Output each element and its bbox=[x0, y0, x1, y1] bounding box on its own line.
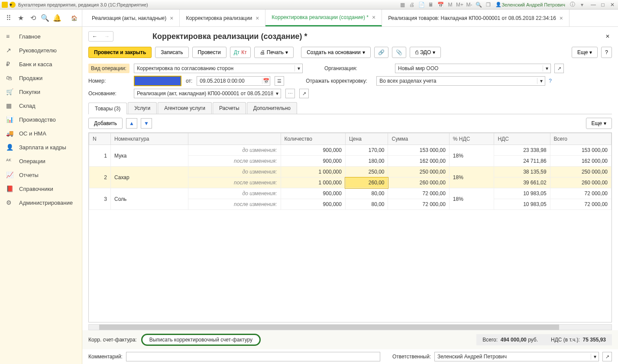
table-row[interactable]: 2Сахардо изменения:1 000,000250,00250 00… bbox=[89, 167, 612, 177]
post-button[interactable]: Провести bbox=[192, 47, 226, 58]
col-Количество[interactable]: Количество bbox=[281, 133, 345, 145]
tab-Реализация (акты, на[interactable]: Реализация (акты, накладные)× bbox=[86, 10, 180, 26]
doc-tab-Агентские услуги[interactable]: Агентские услуги bbox=[158, 102, 212, 114]
col-Номенклатура[interactable]: Номенклатура bbox=[111, 133, 188, 145]
write-button[interactable]: Записать bbox=[155, 47, 188, 58]
apps-icon[interactable]: ⠿ bbox=[3, 12, 15, 24]
close-tab-icon[interactable]: × bbox=[170, 15, 173, 22]
responsible-select[interactable]: Зеленский Андрей Петрович ▾ bbox=[434, 352, 599, 361]
sidebar-item-Склад[interactable]: ▦Склад bbox=[0, 99, 82, 113]
org-open-button[interactable]: ↗ bbox=[554, 64, 564, 73]
current-user[interactable]: 👤 Зеленский Андрей Петрович bbox=[495, 2, 565, 7]
tab-Корректировка реализ[interactable]: Корректировка реализации (создание) *× bbox=[265, 10, 382, 26]
search-icon[interactable]: 🔍 bbox=[39, 12, 51, 24]
post-and-close-button[interactable]: Провести и закрыть bbox=[88, 47, 152, 58]
sidebar-item-Отчеты[interactable]: 📈Отчеты bbox=[0, 168, 82, 182]
col-НДС[interactable]: НДС bbox=[494, 133, 550, 145]
cal-icon[interactable]: 📅 bbox=[437, 1, 444, 8]
col-% НДС[interactable]: % НДС bbox=[449, 133, 494, 145]
date-input[interactable]: 09.05.2018 0:00:00 📅 bbox=[197, 76, 270, 86]
forward-button[interactable]: → bbox=[101, 32, 113, 41]
help-button[interactable]: ? bbox=[601, 47, 612, 58]
sidebar-item-Банк и касса[interactable]: ₽Банк и касса bbox=[0, 57, 82, 71]
tab-Реализация товаров: [interactable]: Реализация товаров: Накладная КП00-00000… bbox=[382, 10, 569, 26]
mplus-icon[interactable]: М+ bbox=[456, 1, 463, 8]
doc-tab-Дополнительно[interactable]: Дополнительно bbox=[247, 102, 297, 114]
table-more-button[interactable]: Еще ▾ bbox=[586, 118, 612, 129]
responsible-dd-icon[interactable]: ▾ bbox=[591, 354, 599, 360]
edo-button[interactable]: ⎙ ЭДО ▾ bbox=[410, 47, 441, 58]
sidebar-item-Производство[interactable]: 📊Производство bbox=[0, 113, 82, 126]
dt-kt-button[interactable]: ДтКт bbox=[230, 47, 251, 58]
attach-button[interactable]: 📎 bbox=[392, 47, 406, 58]
operation-dd-icon[interactable]: ▾ bbox=[294, 65, 302, 71]
sidebar-item-Операции[interactable]: ᴬᴷОперации bbox=[0, 154, 82, 168]
move-up-button[interactable]: ▲ bbox=[126, 118, 137, 129]
date-list-button[interactable]: ☰ bbox=[275, 76, 284, 86]
close-tab-icon[interactable]: × bbox=[372, 14, 375, 21]
calc-icon[interactable]: 🖩 bbox=[427, 1, 434, 8]
maximize-button[interactable]: □ bbox=[599, 2, 607, 8]
info-icon[interactable]: ⓘ bbox=[569, 1, 576, 8]
goods-table[interactable]: NНоменклатураКоличествоЦенаСумма% НДСНДС… bbox=[88, 132, 612, 322]
basis-open-button[interactable]: ↗ bbox=[299, 89, 309, 98]
operation-select[interactable]: Корректировка по согласованию сторон ▾ bbox=[134, 64, 303, 73]
dd-icon[interactable]: ▾ bbox=[579, 1, 586, 8]
close-tab-icon[interactable]: × bbox=[560, 15, 563, 22]
sidebar-item-Администрирование[interactable]: ⚙Администрирование bbox=[0, 196, 82, 209]
basis-dd-icon[interactable]: ▾ bbox=[273, 90, 281, 97]
history-icon[interactable]: ⟲ bbox=[27, 12, 39, 24]
org-select[interactable]: Новый мир ООО ▾ bbox=[395, 64, 551, 73]
mminus-icon[interactable]: М- bbox=[466, 1, 472, 8]
col-Всего[interactable]: Всего bbox=[550, 133, 611, 145]
sidebar-item-Главное[interactable]: ≡Главное bbox=[0, 29, 82, 43]
col-N[interactable]: N bbox=[89, 133, 111, 145]
doc-tab-Расчеты[interactable]: Расчеты bbox=[213, 102, 246, 114]
reflect-select[interactable]: Во всех разделах учета ▾ bbox=[376, 76, 545, 86]
print-button[interactable]: 🖨 Печать ▾ bbox=[254, 47, 294, 58]
close-window-button[interactable]: ✕ bbox=[608, 2, 616, 8]
sidebar-item-ОС и НМА[interactable]: 🚚ОС и НМА bbox=[0, 126, 82, 140]
create-invoice-button[interactable]: Выписать корректировочный счет-фактуру bbox=[141, 334, 261, 346]
more-button[interactable]: Еще ▾ bbox=[572, 47, 598, 58]
col-[interactable] bbox=[188, 133, 281, 145]
doc-tab-Товары (3)[interactable]: Товары (3) bbox=[88, 103, 127, 114]
print-icon[interactable]: 🖨 bbox=[408, 1, 415, 8]
org-dd-icon[interactable]: ▾ bbox=[543, 65, 550, 71]
tab-Корректировка реализ[interactable]: Корректировка реализации× bbox=[180, 10, 265, 26]
windows-icon[interactable]: ❐ bbox=[485, 1, 492, 8]
col-Цена[interactable]: Цена bbox=[345, 133, 388, 145]
sidebar-item-Зарплата и кадры[interactable]: 👤Зарплата и кадры bbox=[0, 140, 82, 154]
table-row[interactable]: 1Мукадо изменения:900,000170,00153 000,0… bbox=[89, 145, 612, 156]
add-row-button[interactable]: Добавить bbox=[88, 118, 123, 129]
tb-icon-1[interactable]: ▦ bbox=[399, 1, 406, 8]
close-page-button[interactable]: ✕ bbox=[603, 32, 612, 41]
comment-input[interactable] bbox=[126, 352, 380, 361]
doc-tab-Услуги[interactable]: Услуги bbox=[128, 102, 157, 114]
basis-more-button[interactable]: ⋯ bbox=[285, 89, 295, 98]
sidebar-item-Справочники[interactable]: 📕Справочники bbox=[0, 182, 82, 196]
col-Сумма[interactable]: Сумма bbox=[388, 133, 449, 145]
table-row[interactable]: 3Сольдо изменения:900,00080,0072 000,001… bbox=[89, 188, 612, 199]
close-tab-icon[interactable]: × bbox=[256, 15, 259, 22]
number-input[interactable] bbox=[134, 76, 181, 86]
horizontal-scrollbar[interactable] bbox=[88, 324, 612, 330]
m-icon[interactable]: М bbox=[447, 1, 453, 8]
zoom-icon[interactable]: 🔍 bbox=[475, 1, 482, 8]
dropdown-app-icon[interactable]: ▾ bbox=[10, 2, 16, 8]
favorite-icon[interactable]: ★ bbox=[15, 12, 27, 24]
sidebar-item-Продажи[interactable]: 🛍Продажи bbox=[0, 71, 82, 85]
responsible-open-button[interactable]: ↗ bbox=[602, 352, 612, 361]
minimize-button[interactable]: — bbox=[589, 2, 597, 8]
back-button[interactable]: ← bbox=[89, 32, 101, 41]
basis-select[interactable]: Реализация (акт, накладная) КП00-000001 … bbox=[134, 89, 281, 98]
notify-icon[interactable]: 🔔 bbox=[51, 12, 63, 24]
calendar-icon[interactable]: 📅 bbox=[262, 78, 270, 84]
create-based-button[interactable]: Создать на основании ▾ bbox=[301, 47, 371, 58]
home-tab[interactable]: 🏠 bbox=[67, 10, 82, 26]
reflect-dd-icon[interactable]: ▾ bbox=[537, 78, 545, 84]
sidebar-item-Руководителю[interactable]: ↗Руководителю bbox=[0, 43, 82, 57]
sidebar-item-Покупки[interactable]: 🛒Покупки bbox=[0, 85, 82, 99]
link-button[interactable]: 🔗 bbox=[374, 47, 388, 58]
doc-icon[interactable]: 📄 bbox=[418, 1, 425, 8]
